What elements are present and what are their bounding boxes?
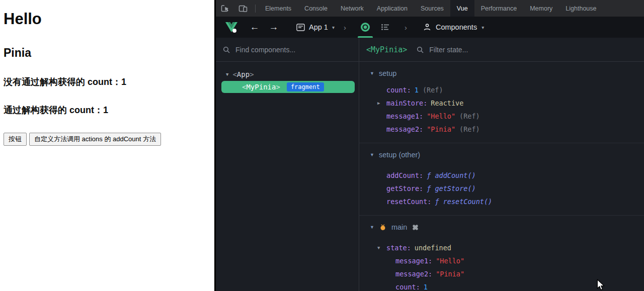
vue-logo-icon — [225, 21, 238, 33]
section-rows: ▼ state:undefined message1:"Hello" messa… — [359, 241, 644, 291]
state-section-setup-other: ▼ setup (other) addCount:ƒ addCount() ge… — [359, 143, 644, 216]
breadcrumb-chevron-icon: › — [405, 23, 407, 32]
chevron-down-icon: ▼ — [370, 71, 374, 76]
selected-component-tag: <MyPinia> — [366, 45, 407, 54]
section-header-setup-other[interactable]: ▼ setup (other) — [359, 145, 644, 162]
count-line-destructured: 通过解构获得的 count：1 — [4, 104, 214, 116]
chevron-right-icon[interactable]: ▶ — [377, 96, 380, 110]
component-name: App — [237, 70, 250, 78]
state-section-setup: ▼ setup count:1(Ref) ▶ mainStore:Reactiv… — [359, 62, 644, 143]
search-icon — [223, 46, 230, 53]
section-title: main — [391, 223, 407, 231]
inspector-mode-label: Components — [436, 23, 477, 31]
devtools-window: Elements Console Network Application Sou… — [214, 0, 644, 291]
state-row[interactable]: message1:"Hello"(Ref) — [359, 110, 644, 123]
vue-devtools-toolbar: ← → App 1 ▾ › › — [216, 17, 644, 38]
chevron-down-icon[interactable]: ▼ — [377, 241, 380, 254]
add-count-button[interactable]: 按钮 — [4, 133, 27, 146]
state-panel: <MyPinia> ▼ setup count:1(Ref) ▶ — [359, 38, 644, 291]
state-row[interactable]: count:1(Ref) — [359, 83, 644, 96]
tab-network[interactable]: Network — [334, 0, 370, 17]
forward-icon[interactable]: → — [264, 22, 283, 33]
inspector-tab-button[interactable] — [355, 17, 375, 38]
chevron-down-icon[interactable]: ▼ — [226, 72, 228, 77]
tree-item-app[interactable]: ▼ <App> — [216, 68, 359, 80]
component-name: MyPinia — [246, 83, 276, 91]
tab-elements[interactable]: Elements — [259, 0, 298, 17]
tree-item-mypinia[interactable]: <MyPinia> fragment — [221, 81, 355, 93]
device-toolbar-icon[interactable] — [234, 0, 252, 17]
page-subtitle: Pinia — [4, 46, 214, 60]
plugin-icon — [412, 224, 419, 231]
section-title: setup — [379, 69, 396, 77]
fragment-badge: fragment — [287, 82, 324, 91]
state-filter-bar: <MyPinia> — [359, 38, 644, 62]
state-section-main: ▼ main ▼ state: — [359, 216, 644, 291]
app-selector-dropdown[interactable]: App 1 ▾ — [296, 23, 335, 31]
search-icon — [417, 46, 424, 53]
component-tree: ▼ <App> <MyPinia> fragment — [216, 62, 359, 93]
state-row[interactable]: message2:"Pinia" — [359, 267, 644, 280]
state-row[interactable]: message2:"Pinia"(Ref) — [359, 123, 644, 136]
state-row[interactable]: count:1 — [359, 280, 644, 291]
breadcrumb-chevron-icon: › — [344, 23, 346, 32]
chevron-down-icon: ▾ — [332, 25, 335, 30]
button-row: 按钮 自定义方法调用 actions 的 addCount 方法 — [4, 133, 214, 146]
state-row[interactable]: ▶ mainStore:Reactive — [359, 96, 644, 110]
section-rows: count:1(Ref) ▶ mainStore:Reactive messag… — [359, 83, 644, 136]
state-row[interactable]: message1:"Hello" — [359, 254, 644, 267]
state-row[interactable]: addCount:ƒ addCount() — [359, 169, 644, 182]
inspect-element-icon[interactable] — [216, 0, 234, 17]
tab-sources[interactable]: Sources — [414, 0, 450, 17]
app-selector-label: App 1 — [309, 23, 328, 31]
state-row[interactable]: getStore:ƒ getStore() — [359, 182, 644, 195]
section-header-setup[interactable]: ▼ setup — [359, 64, 644, 81]
pinia-store-icon — [379, 223, 387, 231]
section-rows: addCount:ƒ addCount() getStore:ƒ getStor… — [359, 169, 644, 208]
app-page: Hello Pinia 没有通过解构获得的 count：1 通过解构获得的 co… — [0, 0, 214, 291]
tab-vue[interactable]: Vue — [450, 0, 474, 17]
chevron-down-icon: ▼ — [370, 225, 374, 230]
components-panel: ▼ <App> <MyPinia> fragment — [216, 38, 359, 291]
custom-action-button[interactable]: 自定义方法调用 actions 的 addCount 方法 — [29, 133, 161, 146]
tab-lighthouse[interactable]: Lighthouse — [559, 0, 603, 17]
state-row[interactable]: ▼ state:undefined — [359, 241, 644, 254]
section-title: setup (other) — [379, 151, 420, 159]
inspector-target-icon — [360, 22, 371, 33]
vue-devtools-body: ▼ <App> <MyPinia> fragment <MyPinia> — [216, 38, 644, 291]
inspector-mode-dropdown[interactable]: Components ▾ — [423, 23, 484, 31]
chevron-down-icon: ▾ — [481, 25, 484, 30]
timeline-tab-button[interactable] — [375, 17, 395, 38]
back-icon[interactable]: ← — [245, 22, 264, 33]
person-icon — [423, 23, 431, 31]
tab-memory[interactable]: Memory — [523, 0, 559, 17]
tab-application[interactable]: Application — [370, 0, 414, 17]
section-header-main[interactable]: ▼ main — [359, 218, 644, 235]
app-window-icon — [296, 24, 305, 31]
component-search-bar — [216, 38, 359, 62]
filter-state-input[interactable] — [428, 45, 637, 54]
find-components-input[interactable] — [234, 45, 352, 54]
state-row[interactable]: resetCount:ƒ resetCount() — [359, 195, 644, 208]
tab-console[interactable]: Console — [298, 0, 334, 17]
count-line-plain: 没有通过解构获得的 count：1 — [4, 76, 214, 88]
chevron-down-icon: ▼ — [370, 152, 374, 157]
devtools-tabbar: Elements Console Network Application Sou… — [216, 0, 644, 17]
toolbar-divider — [255, 5, 256, 13]
timeline-icon — [381, 24, 390, 31]
page-title: Hello — [4, 10, 214, 28]
tab-performance[interactable]: Performance — [474, 0, 524, 17]
